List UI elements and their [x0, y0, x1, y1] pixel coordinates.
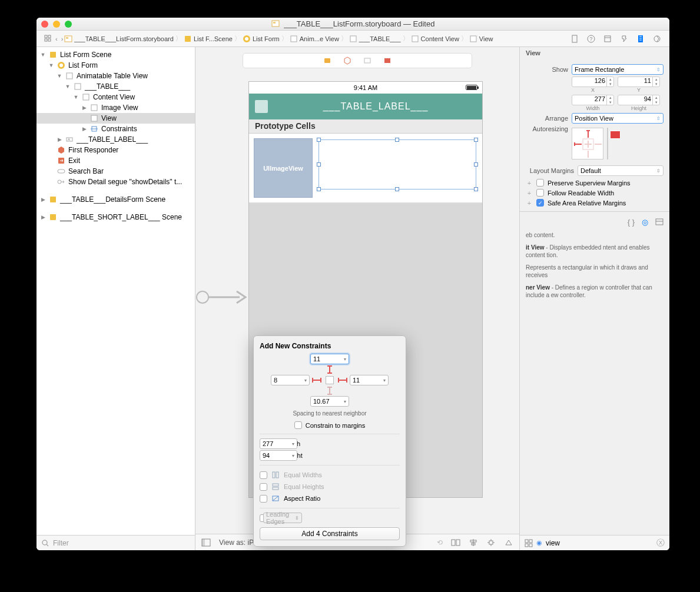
breadcrumb-item[interactable]: Anim...e View — [288, 35, 340, 43]
breadcrumb-item[interactable]: ___TABLE___ListForm.storyboard — [63, 35, 175, 43]
breadcrumb-item[interactable]: View — [468, 35, 495, 43]
outline-row[interactable]: View — [37, 113, 195, 124]
outline-row[interactable]: ▼Content View — [37, 92, 195, 102]
outline-row[interactable]: Search Bar — [37, 166, 195, 177]
height-field[interactable]: 94▴▾ — [618, 95, 660, 105]
interface-builder-canvas[interactable]: 9:41 AM ___TABLE_LABEL___ Prototype Cell… — [195, 47, 519, 550]
outline-row[interactable]: ▶___TABLE___DetailsForm Scene — [37, 194, 195, 205]
right-strut[interactable] — [338, 380, 347, 381]
resize-handle[interactable] — [395, 187, 399, 191]
library-item[interactable]: eb content. — [526, 229, 663, 241]
show-select[interactable]: Frame Rectangle⇳ — [572, 64, 663, 75]
rect-icon[interactable] — [363, 56, 371, 65]
x-field[interactable]: 126▴▾ — [572, 77, 614, 87]
library-item[interactable]: ner View - Defines a region w controller… — [526, 281, 663, 301]
equal-widths-checkbox[interactable] — [260, 471, 267, 479]
outline-row[interactable]: ▼List Form — [37, 60, 195, 71]
width-value-field[interactable]: 277▾ — [260, 438, 297, 449]
resize-handle[interactable] — [317, 138, 321, 142]
size-inspector-icon[interactable] — [636, 35, 645, 43]
disclosure-triangle[interactable]: ▶ — [40, 214, 46, 220]
breadcrumb-item[interactable]: Content View — [410, 35, 460, 43]
right-spacing-field[interactable]: 11▾ — [350, 375, 389, 385]
disclosure-triangle[interactable]: ▼ — [65, 84, 71, 89]
bottom-strut[interactable] — [329, 387, 330, 395]
outline-row[interactable]: ▶___TABLE_SHORT_LABEL___ Scene — [37, 212, 195, 222]
back-button[interactable]: ‹ — [55, 35, 58, 42]
stack-icon[interactable] — [323, 56, 331, 65]
margin-checkbox[interactable] — [536, 189, 544, 197]
help-inspector-icon[interactable]: ? — [587, 35, 595, 43]
grid-view-icon[interactable] — [525, 539, 533, 547]
top-strut[interactable] — [329, 365, 330, 374]
width-field[interactable]: 277▴▾ — [572, 95, 614, 105]
disclosure-triangle[interactable]: ▼ — [48, 62, 54, 68]
outline-row[interactable]: First Responder — [37, 145, 195, 155]
margin-checkbox[interactable]: ✓ — [536, 199, 544, 207]
height-value-field[interactable]: 94▾ — [260, 450, 297, 461]
identity-inspector-icon[interactable] — [603, 35, 612, 43]
library-item[interactable]: Represents a rectangular in which it dra… — [526, 261, 663, 281]
left-spacing-field[interactable]: 8▾ — [271, 375, 310, 385]
outline-row[interactable]: ▼List Form Scene — [37, 49, 195, 60]
disclosure-triangle[interactable]: ▼ — [57, 73, 62, 79]
outline-toggle-icon[interactable] — [201, 538, 211, 547]
resize-handle[interactable] — [395, 138, 399, 142]
disclosure-triangle[interactable]: ▶ — [57, 137, 62, 142]
lib-tab-1[interactable]: { } — [628, 218, 635, 227]
layout-margins-select[interactable]: Default⇳ — [578, 165, 663, 176]
outline-row[interactable]: ▼___TABLE___ — [37, 81, 195, 92]
align-value-field[interactable]: Leading Edges⇳ — [263, 513, 302, 523]
outline-row[interactable]: ▶A___TABLE_LABEL___ — [37, 134, 195, 145]
related-items-icon[interactable] — [44, 34, 53, 44]
lib-tab-3[interactable] — [655, 218, 663, 227]
file-inspector-icon[interactable] — [570, 35, 579, 43]
outline-row[interactable]: Exit — [37, 155, 195, 166]
pin-center-icon — [326, 376, 334, 384]
library-filter-input[interactable] — [546, 539, 653, 547]
lib-tab-2[interactable]: ◎ — [642, 218, 648, 227]
arrange-select[interactable]: Position View⇳ — [572, 113, 663, 124]
connections-inspector-icon[interactable] — [653, 35, 661, 43]
top-spacing-field[interactable]: 11▾ — [310, 354, 349, 364]
disclosure-triangle[interactable]: ▶ — [81, 105, 87, 111]
breadcrumb-item[interactable]: ___TABLE___ — [348, 35, 402, 43]
disclosure-triangle[interactable]: ▶ — [40, 197, 46, 202]
add-constraints-button[interactable]: Add 4 Constraints — [260, 527, 400, 540]
breadcrumb-item[interactable]: List Form — [241, 35, 281, 43]
clear-filter-icon[interactable]: ⓧ — [656, 538, 665, 548]
selected-view[interactable] — [319, 139, 476, 189]
outline-row[interactable]: ▼Animatable Table View — [37, 71, 195, 81]
outline-row[interactable]: ▶Image View — [37, 102, 195, 113]
margin-checkbox[interactable] — [536, 179, 544, 187]
adjust-icon[interactable] — [383, 56, 392, 65]
cube-icon[interactable] — [343, 56, 351, 65]
attributes-inspector-icon[interactable] — [620, 35, 628, 43]
bottom-spacing-field[interactable]: 10.67▾ — [310, 396, 349, 407]
library-item[interactable]: it View - Displays embedded ntent and en… — [526, 241, 663, 261]
y-field[interactable]: 11▴▾ — [618, 77, 660, 87]
autoresizing-control[interactable] — [572, 128, 603, 159]
resize-handle[interactable] — [474, 162, 478, 167]
outline-filter[interactable]: Filter — [37, 535, 195, 550]
outline-row[interactable]: Show Detail segue "showDetails" t... — [37, 177, 195, 187]
disclosure-triangle[interactable]: ▼ — [73, 94, 79, 100]
left-strut[interactable] — [312, 380, 321, 381]
constrain-margins-checkbox[interactable] — [294, 421, 302, 429]
disclosure-triangle[interactable]: ▶ — [81, 126, 87, 132]
update-frames-icon[interactable]: ⟲ — [437, 538, 443, 547]
aspect-ratio-checkbox[interactable] — [260, 495, 267, 503]
resolve-icon[interactable] — [504, 538, 513, 547]
resize-handle[interactable] — [474, 138, 478, 142]
scope-icon[interactable]: ◉ — [536, 539, 542, 547]
resize-handle[interactable] — [317, 187, 321, 191]
breadcrumb-item[interactable]: List F...Scene — [183, 35, 234, 43]
pin-icon[interactable] — [486, 538, 496, 547]
equal-heights-checkbox[interactable] — [260, 483, 267, 491]
resize-handle[interactable] — [474, 187, 478, 191]
disclosure-triangle[interactable]: ▼ — [40, 52, 46, 58]
align-icon[interactable] — [469, 538, 478, 547]
resize-handle[interactable] — [317, 162, 321, 167]
outline-row[interactable]: ▶Constraints — [37, 124, 195, 134]
embed-icon[interactable] — [451, 538, 460, 547]
